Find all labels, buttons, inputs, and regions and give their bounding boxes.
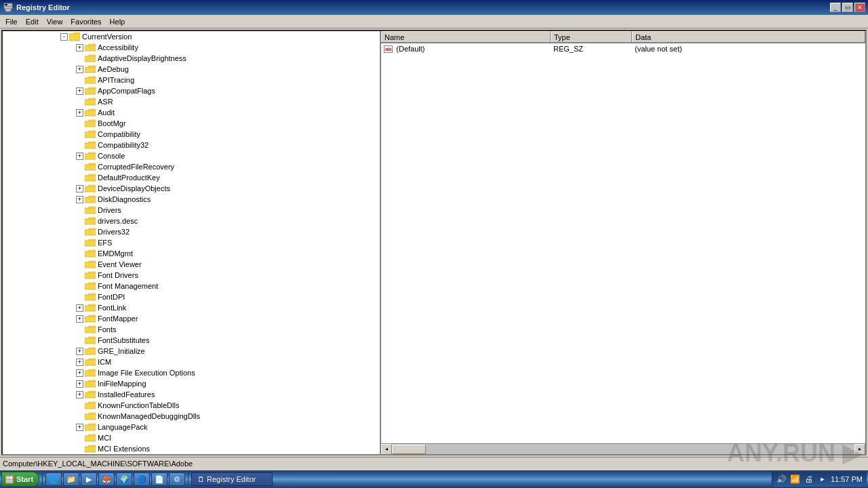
tree-item[interactable]: Drivers — [3, 205, 380, 216]
tree-item[interactable]: CorruptedFileRecovery — [3, 161, 380, 172]
quicklaunch-firefox[interactable]: 🦊 — [98, 472, 115, 486]
tree-item[interactable]: + IniFileMapping — [3, 378, 380, 389]
quicklaunch-folder[interactable]: 📁 — [63, 472, 79, 486]
tree-item-label: drivers.desc — [98, 217, 138, 225]
tray-icon-sound[interactable]: 🔊 — [776, 474, 787, 485]
tray-icon-print[interactable]: 🖨 — [804, 474, 814, 485]
quicklaunch-misc2[interactable]: ⚙ — [169, 472, 185, 486]
tree-item[interactable]: Compatibility — [3, 129, 380, 140]
expand-btn[interactable]: + — [76, 185, 83, 192]
tree-item-label: Console — [98, 152, 125, 160]
tree-item-label: CorruptedFileRecovery — [98, 163, 174, 171]
tree-item-currentversion[interactable]: - CurrentVersion — [3, 31, 380, 42]
expand-btn[interactable]: + — [76, 391, 83, 399]
tree-item[interactable]: MCI — [3, 432, 380, 443]
expand-btn[interactable]: + — [76, 348, 83, 355]
menu-view[interactable]: View — [43, 16, 67, 27]
tree-label-currentversion: CurrentVersion — [82, 33, 132, 41]
tree-item[interactable]: + FontLink — [3, 302, 380, 313]
h-scroll-track[interactable] — [392, 444, 854, 455]
tree-item[interactable]: Fonts — [3, 324, 380, 335]
tree-item[interactable]: DefaultProductKey — [3, 172, 380, 183]
expand-btn[interactable]: + — [76, 424, 83, 431]
tree-item[interactable]: + Accessibility — [3, 42, 380, 53]
col-header-type[interactable]: Type — [551, 31, 632, 42]
expand-placeholder — [76, 174, 83, 182]
close-button[interactable]: ✕ — [854, 3, 865, 12]
tree-item[interactable]: Compatibility32 — [3, 140, 380, 150]
expand-btn[interactable]: + — [76, 369, 83, 377]
tree-item[interactable]: KnownFunctionTableDlls — [3, 400, 380, 411]
tree-item[interactable]: Font Drivers — [3, 270, 380, 281]
col-header-data[interactable]: Data — [632, 31, 865, 42]
tree-item[interactable]: EMDMgmt — [3, 248, 380, 259]
expand-btn[interactable]: + — [76, 152, 83, 160]
table-body[interactable]: ab(Default)REG_SZ(value not set) — [381, 43, 865, 443]
minimize-button[interactable]: _ — [830, 3, 841, 12]
quicklaunch-chrome[interactable]: 🌍 — [116, 472, 132, 486]
tree-panel[interactable]: - CurrentVersion + Accessibility Adaptiv… — [3, 31, 381, 454]
tree-item[interactable]: + LanguagePack — [3, 422, 380, 432]
menu-file[interactable]: File — [1, 16, 22, 27]
folder-icon — [85, 292, 96, 302]
expand-btn[interactable]: + — [76, 380, 83, 388]
tree-item[interactable]: + DeviceDisplayObjects — [3, 183, 380, 194]
tree-item-label: MCI Extensions — [98, 445, 150, 453]
quicklaunch-ie[interactable]: 🌐 — [45, 472, 62, 486]
tree-item[interactable]: Event Viewer — [3, 259, 380, 270]
quicklaunch-misc[interactable]: 📄 — [151, 472, 167, 486]
tree-item[interactable]: Font Management — [3, 281, 380, 291]
col-header-name[interactable]: Name — [381, 31, 551, 42]
active-window[interactable]: 🗒 Registry Editor — [191, 472, 273, 486]
start-button[interactable]: 🪟 Start — [1, 472, 39, 487]
tree-item[interactable]: MCI Extensions — [3, 443, 380, 454]
expand-btn[interactable]: + — [76, 359, 83, 366]
tree-item[interactable]: + AppCompatFlags — [3, 85, 380, 96]
tree-item[interactable]: + Console — [3, 150, 380, 161]
restore-button[interactable]: ▭ — [842, 3, 853, 12]
expand-btn[interactable]: + — [76, 87, 83, 95]
expand-btn[interactable]: + — [76, 196, 83, 203]
tray-icon-arrow[interactable]: ► — [817, 474, 828, 485]
folder-icon-currentversion — [69, 32, 80, 41]
expand-btn[interactable]: + — [76, 109, 83, 117]
tree-item[interactable]: + AeDebug — [3, 64, 380, 75]
expand-btn[interactable]: + — [76, 304, 83, 312]
menu-edit[interactable]: Edit — [22, 16, 43, 27]
tree-item[interactable]: AdaptiveDisplayBrightness — [3, 53, 380, 64]
h-scroll[interactable]: ◂ ▸ — [381, 443, 865, 454]
svg-rect-23 — [85, 251, 96, 257]
h-scroll-left[interactable]: ◂ — [381, 444, 392, 455]
tree-item[interactable]: EFS — [3, 237, 380, 248]
h-scroll-thumb[interactable] — [392, 445, 426, 454]
table-row[interactable]: ab(Default)REG_SZ(value not set) — [381, 43, 865, 54]
tree-item[interactable]: + Image File Execution Options — [3, 367, 380, 378]
tree-item[interactable]: BootMgr — [3, 118, 380, 129]
tree-item[interactable]: + GRE_Initialize — [3, 346, 380, 357]
tree-item[interactable]: FontDPI — [3, 291, 380, 302]
tree-item[interactable]: drivers.desc — [3, 216, 380, 226]
expand-btn[interactable]: + — [76, 315, 83, 323]
tree-item[interactable]: APITracing — [3, 75, 380, 85]
tree-item[interactable]: + DiskDiagnostics — [3, 194, 380, 205]
tree-item[interactable]: KnownManagedDebuggingDlls — [3, 411, 380, 422]
folder-icon — [85, 336, 96, 345]
menu-favorites[interactable]: Favorites — [66, 16, 105, 27]
expand-currentversion[interactable]: - — [60, 33, 68, 41]
tree-item[interactable]: + ICM — [3, 357, 380, 367]
tree-item[interactable]: FontSubstitutes — [3, 335, 380, 346]
tray-icon-network[interactable]: 📶 — [790, 474, 801, 485]
tree-item[interactable]: Drivers32 — [3, 226, 380, 237]
svg-rect-2 — [5, 6, 12, 7]
quicklaunch-media[interactable]: ▶ — [81, 472, 97, 486]
expand-btn[interactable]: + — [76, 44, 83, 52]
expand-btn[interactable]: + — [76, 66, 83, 73]
tree-item[interactable]: ASR — [3, 96, 380, 107]
tree-item[interactable]: + Audit — [3, 107, 380, 118]
h-scroll-right[interactable]: ▸ — [854, 444, 865, 455]
tree-item[interactable]: + FontMapper — [3, 313, 380, 324]
tree-item[interactable]: + InstalledFeatures — [3, 389, 380, 400]
quicklaunch-ie2[interactable]: 🔵 — [134, 472, 150, 486]
menu-help[interactable]: Help — [106, 16, 130, 27]
expand-placeholder — [76, 120, 83, 127]
